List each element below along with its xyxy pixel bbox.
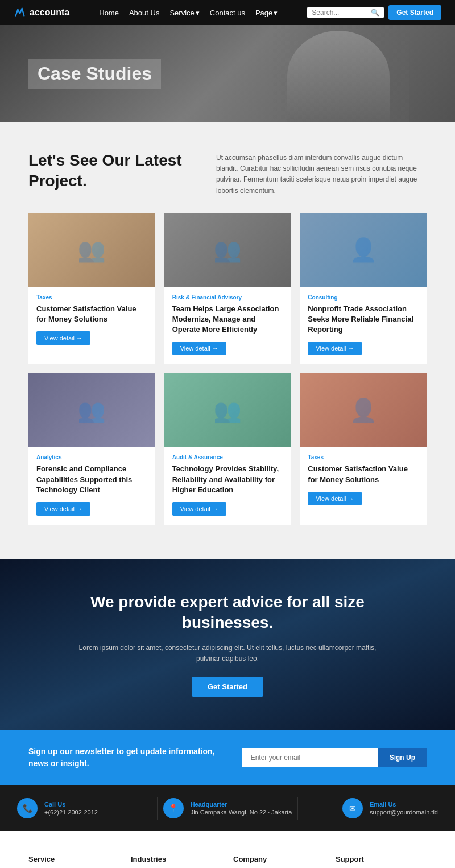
cta-description: Lorem ipsum dolor sit amet, consectetur … bbox=[68, 643, 387, 664]
view-detail-button-1[interactable]: View detail → bbox=[36, 331, 90, 345]
hero-title-box: Case Studies bbox=[28, 59, 161, 89]
contact-email-info: Email Us support@yourdomain.tld bbox=[370, 801, 438, 816]
image-placeholder-icon: 👤 bbox=[300, 373, 427, 447]
view-detail-button-4[interactable]: View detail → bbox=[36, 502, 90, 516]
nav-item-contact[interactable]: Contact us bbox=[210, 7, 245, 18]
view-detail-button-3[interactable]: View detail → bbox=[308, 342, 362, 355]
project-card-image-6: 👤 bbox=[300, 373, 427, 447]
project-card-image-4: 👥 bbox=[28, 373, 155, 447]
footer-company-title: Company bbox=[233, 855, 267, 868]
contact-item-location: 📍 Headquarter Jln Cempaka Wangi, No 22 ·… bbox=[158, 798, 297, 818]
hero-silhouette bbox=[287, 31, 390, 122]
get-started-nav-button[interactable]: Get Started bbox=[388, 5, 441, 20]
phone-icon: 📞 bbox=[17, 798, 38, 818]
project-card: 👤 Taxes Customer Satisfaction Value for … bbox=[300, 373, 427, 525]
project-card-category-3: Consulting bbox=[308, 294, 419, 301]
projects-grid: 👥 Taxes Customer Satisfaction Value for … bbox=[28, 213, 427, 525]
footer-col-support: Support Help Center FAQ Contact Us f t i… bbox=[336, 854, 427, 868]
cta-title: We provide expert advice for all size bu… bbox=[68, 592, 387, 633]
project-card-category-2: Risk & Financial Advisory bbox=[172, 294, 283, 301]
contact-location-value: Jln Cempaka Wangi, No 22 · Jakarta bbox=[191, 809, 292, 816]
contact-phone-label: Call Us bbox=[44, 801, 98, 808]
project-card-title-4: Forensic and Compliance Capabilities Sup… bbox=[36, 464, 147, 495]
nav-item-service[interactable]: Service ▾ bbox=[169, 9, 199, 17]
project-card-image-1: 👥 bbox=[28, 213, 155, 287]
cta-content: We provide expert advice for all size bu… bbox=[57, 581, 398, 708]
project-card-category-5: Audit & Assurance bbox=[172, 454, 283, 460]
project-card-title-2: Team Helps Large Association Modernize, … bbox=[172, 304, 283, 335]
image-placeholder-icon: 👥 bbox=[164, 373, 291, 447]
newsletter-form: Sign Up bbox=[242, 748, 427, 767]
project-card-body-2: Risk & Financial Advisory Team Helps Lar… bbox=[164, 287, 291, 365]
project-card-title-1: Customer Satisfaction Value for Money So… bbox=[36, 304, 147, 324]
project-card-title-3: Nonprofit Trade Association Seeks More R… bbox=[308, 304, 419, 335]
footer-service-title: Service bbox=[28, 855, 55, 868]
project-card-category-1: Taxes bbox=[36, 294, 147, 301]
search-box[interactable]: 🔍 bbox=[307, 7, 384, 18]
chevron-down-icon: ▾ bbox=[196, 9, 200, 17]
footer-support-title: Support bbox=[336, 855, 364, 868]
project-card-body-1: Taxes Customer Satisfaction Value for Mo… bbox=[28, 287, 155, 354]
newsletter-email-input[interactable] bbox=[242, 748, 378, 767]
footer-industries-title: Industries bbox=[131, 855, 166, 868]
logo-text: accounta bbox=[30, 7, 69, 18]
project-card-category-6: Taxes bbox=[308, 454, 419, 460]
nav-link-home[interactable]: Home bbox=[99, 9, 119, 17]
logo[interactable]: accounta bbox=[14, 6, 69, 19]
sign-up-button[interactable]: Sign Up bbox=[378, 748, 427, 767]
newsletter-text: Sign up our newsletter to get update inf… bbox=[28, 746, 222, 770]
hero-content: Case Studies bbox=[0, 47, 189, 100]
project-card-body-6: Taxes Customer Satisfaction Value for Mo… bbox=[300, 447, 427, 514]
navbar-right: 🔍 Get Started bbox=[307, 5, 441, 20]
projects-header: Let's See Our Latest Project. Ut accumsa… bbox=[28, 150, 427, 196]
search-icon: 🔍 bbox=[371, 9, 379, 17]
nav-link-about[interactable]: About Us bbox=[129, 9, 159, 17]
footer: Service Tax Consulting Audit & Assurance… bbox=[0, 831, 455, 868]
hero-person-image bbox=[267, 25, 410, 122]
nav-link-service[interactable]: Service ▾ bbox=[169, 9, 199, 17]
footer-col-industries: Industries Consumer Energy, Resources & … bbox=[131, 854, 222, 868]
nav-item-page[interactable]: Page ▾ bbox=[255, 9, 278, 17]
view-detail-button-2[interactable]: View detail → bbox=[172, 342, 226, 355]
chevron-down-icon-page: ▾ bbox=[274, 9, 278, 17]
navbar: accounta Home About Us Service ▾ Contact… bbox=[0, 0, 455, 25]
hero-title: Case Studies bbox=[38, 63, 152, 84]
contact-email-value: support@yourdomain.tld bbox=[370, 809, 438, 816]
projects-description: Ut accumsan phasellus diam interdum conv… bbox=[216, 150, 427, 196]
projects-section: Let's See Our Latest Project. Ut accumsa… bbox=[0, 122, 455, 559]
project-card-image-2: 👥 bbox=[164, 213, 291, 287]
view-detail-button-5[interactable]: View detail → bbox=[172, 502, 226, 516]
nav-link-contact[interactable]: Contact us bbox=[210, 9, 245, 17]
nav-item-home[interactable]: Home bbox=[99, 7, 119, 18]
project-card-body-5: Audit & Assurance Technology Provides St… bbox=[164, 447, 291, 525]
image-placeholder-icon: 👤 bbox=[300, 213, 427, 287]
cta-section: We provide expert advice for all size bu… bbox=[0, 559, 455, 730]
project-card-category-4: Analytics bbox=[36, 454, 147, 460]
project-card: 👥 Risk & Financial Advisory Team Helps L… bbox=[164, 213, 291, 365]
contact-location-label: Headquarter bbox=[191, 801, 292, 808]
location-icon: 📍 bbox=[163, 798, 184, 818]
contact-email-label: Email Us bbox=[370, 801, 438, 808]
logo-icon bbox=[14, 6, 26, 19]
projects-title: Let's See Our Latest Project. bbox=[28, 150, 199, 192]
image-placeholder-icon: 👥 bbox=[164, 213, 291, 287]
search-input[interactable] bbox=[312, 9, 369, 17]
nav-menu: Home About Us Service ▾ Contact us Page … bbox=[99, 7, 278, 18]
contact-location-info: Headquarter Jln Cempaka Wangi, No 22 · J… bbox=[191, 801, 292, 816]
project-card-body-3: Consulting Nonprofit Trade Association S… bbox=[300, 287, 427, 365]
view-detail-button-6[interactable]: View detail → bbox=[308, 492, 362, 505]
project-card-body-4: Analytics Forensic and Compliance Capabi… bbox=[28, 447, 155, 525]
hero-section: Case Studies bbox=[0, 25, 455, 122]
nav-link-page[interactable]: Page ▾ bbox=[255, 9, 278, 17]
footer-col-service: Service Tax Consulting Audit & Assurance… bbox=[28, 854, 119, 868]
contact-phone-info: Call Us +(62)21 2002-2012 bbox=[44, 801, 98, 816]
contact-bar: 📞 Call Us +(62)21 2002-2012 📍 Headquarte… bbox=[0, 785, 455, 831]
contact-phone-value: +(62)21 2002-2012 bbox=[44, 809, 98, 816]
project-card-image-3: 👤 bbox=[300, 213, 427, 287]
nav-item-about[interactable]: About Us bbox=[129, 7, 159, 18]
project-card-title-5: Technology Provides Stability, Reliabili… bbox=[172, 464, 283, 495]
newsletter-section: Sign up our newsletter to get update inf… bbox=[0, 730, 455, 785]
get-started-cta-button[interactable]: Get Started bbox=[192, 677, 263, 697]
email-icon: ✉ bbox=[342, 798, 363, 818]
image-placeholder-icon: 👥 bbox=[28, 213, 155, 287]
